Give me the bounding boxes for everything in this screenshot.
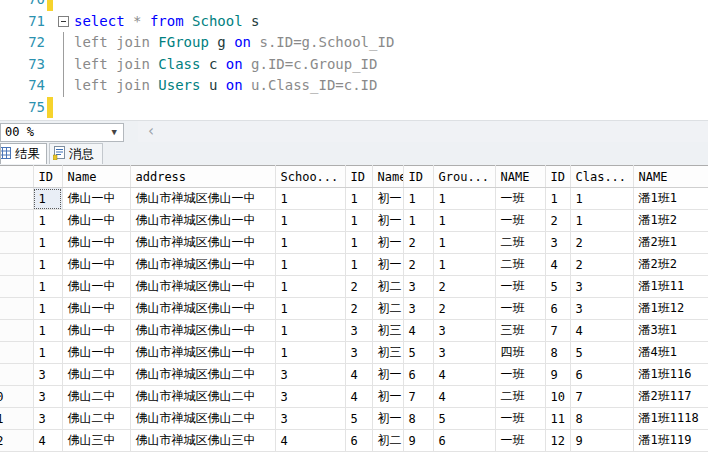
grid-cell[interactable]: 一班: [495, 276, 545, 298]
grid-cell[interactable]: 3: [275, 386, 345, 408]
grid-cell[interactable]: 4: [545, 254, 570, 276]
column-header[interactable]: ID: [545, 166, 570, 188]
column-header[interactable]: NAME: [495, 166, 545, 188]
row-header[interactable]: 8: [0, 342, 33, 364]
grid-cell[interactable]: 1: [403, 210, 433, 232]
grid-cell[interactable]: 初三: [372, 342, 403, 364]
grid-cell[interactable]: 1: [33, 298, 62, 320]
grid-cell[interactable]: 3: [570, 298, 633, 320]
grid-cell[interactable]: 3: [433, 342, 495, 364]
grid-cell[interactable]: 8: [545, 342, 570, 364]
grid-cell[interactable]: 3: [33, 408, 62, 430]
grid-cell[interactable]: 佛山市禅城区佛山一中: [130, 210, 275, 232]
grid-cell[interactable]: 二班: [495, 254, 545, 276]
grid-cell[interactable]: 2: [545, 210, 570, 232]
grid-cell[interactable]: 初一: [372, 386, 403, 408]
grid-cell[interactable]: 初二: [372, 430, 403, 452]
code-line[interactable]: 73left join Class c on g.ID=c.Group_ID: [0, 54, 708, 76]
grid-cell[interactable]: 潘1班11: [633, 276, 708, 298]
column-header[interactable]: Clas...: [570, 166, 633, 188]
grid-cell[interactable]: 6: [433, 430, 495, 452]
code-line[interactable]: 74left join Users u on u.Class_ID=c.ID: [0, 75, 708, 97]
row-header[interactable]: 2: [0, 210, 33, 232]
grid-cell[interactable]: 9: [545, 364, 570, 386]
grid-cell[interactable]: 1: [433, 188, 495, 210]
row-header[interactable]: 11: [0, 408, 33, 430]
grid-cell[interactable]: 1: [345, 254, 372, 276]
tab-messages[interactable]: 消息: [49, 143, 103, 164]
grid-cell[interactable]: 4: [433, 364, 495, 386]
horizontal-scrollbar[interactable]: ‹: [138, 121, 708, 143]
grid-cell[interactable]: 2: [403, 254, 433, 276]
grid-cell[interactable]: 3: [275, 364, 345, 386]
grid-cell[interactable]: 1: [433, 254, 495, 276]
row-header[interactable]: 9: [0, 364, 33, 386]
grid-cell[interactable]: 佛山一中: [62, 320, 130, 342]
grid-cell[interactable]: 4: [403, 320, 433, 342]
grid-cell[interactable]: 潘2班117: [633, 386, 708, 408]
grid-cell[interactable]: 8: [570, 408, 633, 430]
grid-cell[interactable]: 佛山市禅城区佛山一中: [130, 254, 275, 276]
grid-cell[interactable]: 5: [403, 342, 433, 364]
grid-cell[interactable]: 1: [275, 276, 345, 298]
grid-cell[interactable]: 初一: [372, 408, 403, 430]
grid-cell[interactable]: 3: [403, 276, 433, 298]
grid-cell[interactable]: 3: [275, 408, 345, 430]
grid-cell[interactable]: 佛山市禅城区佛山一中: [130, 298, 275, 320]
grid-cell[interactable]: 佛山一中: [62, 342, 130, 364]
grid-cell[interactable]: 佛山市禅城区佛山二中: [130, 386, 275, 408]
column-header[interactable]: address: [130, 166, 275, 188]
grid-cell[interactable]: 一班: [495, 408, 545, 430]
grid-cell[interactable]: 佛山市禅城区佛山一中: [130, 320, 275, 342]
grid-cell[interactable]: 1: [33, 276, 62, 298]
row-header[interactable]: 5: [0, 276, 33, 298]
grid-cell[interactable]: 初二: [372, 276, 403, 298]
grid-cell[interactable]: 6: [345, 430, 372, 452]
grid-cell[interactable]: 1: [345, 210, 372, 232]
column-header[interactable]: Schoo...: [275, 166, 345, 188]
grid-cell[interactable]: 1: [33, 232, 62, 254]
grid-cell[interactable]: 1: [275, 320, 345, 342]
grid-cell[interactable]: 佛山一中: [62, 188, 130, 210]
grid-cell[interactable]: 9: [570, 430, 633, 452]
grid-cell[interactable]: 二班: [495, 386, 545, 408]
grid-cell[interactable]: 佛山一中: [62, 210, 130, 232]
grid-cell[interactable]: 佛山一中: [62, 298, 130, 320]
grid-cell[interactable]: 3: [403, 298, 433, 320]
grid-cell[interactable]: 潘1班1: [633, 188, 708, 210]
sql-editor[interactable]: 7071select * from School s72left join FG…: [0, 0, 708, 120]
grid-cell[interactable]: 初一: [372, 210, 403, 232]
grid-cell[interactable]: 2: [570, 254, 633, 276]
grid-cell[interactable]: 三班: [495, 320, 545, 342]
corner-header[interactable]: [0, 166, 33, 188]
grid-cell[interactable]: 一班: [495, 298, 545, 320]
grid-cell[interactable]: 2: [433, 298, 495, 320]
grid-cell[interactable]: 潘2班1: [633, 232, 708, 254]
grid-cell[interactable]: 2: [345, 298, 372, 320]
grid-cell[interactable]: 佛山市禅城区佛山一中: [130, 342, 275, 364]
grid-cell[interactable]: 初三: [372, 320, 403, 342]
grid-cell[interactable]: 1: [433, 210, 495, 232]
grid-cell[interactable]: 佛山市禅城区佛山一中: [130, 232, 275, 254]
grid-cell[interactable]: 6: [545, 298, 570, 320]
grid-cell[interactable]: 7: [545, 320, 570, 342]
grid-cell[interactable]: 1: [275, 232, 345, 254]
grid-cell[interactable]: 5: [545, 276, 570, 298]
grid-cell[interactable]: 潘1班2: [633, 210, 708, 232]
tab-results[interactable]: 结果: [0, 143, 47, 164]
grid-cell[interactable]: 四班: [495, 342, 545, 364]
grid-cell[interactable]: 二班: [495, 232, 545, 254]
code-line[interactable]: 72left join FGroup g on s.ID=g.School_ID: [0, 32, 708, 54]
grid-cell[interactable]: 潘1班12: [633, 298, 708, 320]
grid-cell[interactable]: 4: [433, 386, 495, 408]
grid-cell[interactable]: 初一: [372, 364, 403, 386]
grid-cell[interactable]: 佛山市禅城区佛山一中: [130, 276, 275, 298]
grid-cell[interactable]: 11: [545, 408, 570, 430]
grid-cell[interactable]: 一班: [495, 364, 545, 386]
row-header[interactable]: 4: [0, 254, 33, 276]
grid-cell[interactable]: 2: [570, 232, 633, 254]
grid-cell[interactable]: 1: [33, 188, 62, 210]
grid-cell[interactable]: 佛山二中: [62, 364, 130, 386]
grid-cell[interactable]: 10: [545, 386, 570, 408]
grid-cell[interactable]: 3: [33, 386, 62, 408]
